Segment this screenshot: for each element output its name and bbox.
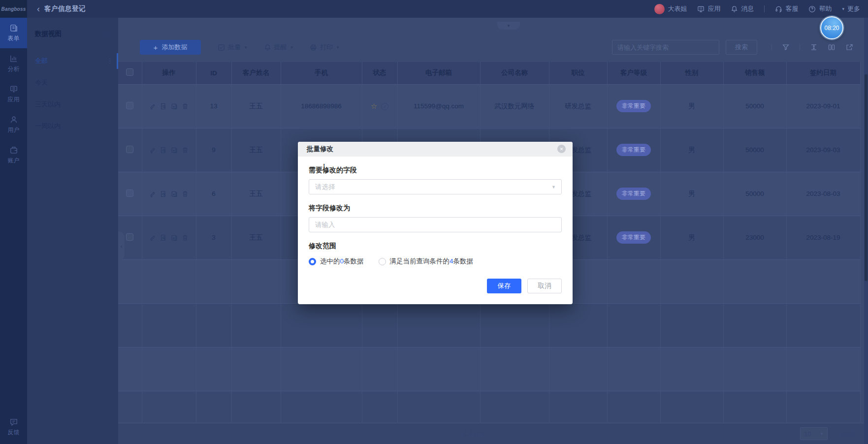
- copy-icon[interactable]: [171, 147, 178, 154]
- more-menu-item[interactable]: ▾ 更多: [842, 4, 860, 13]
- app-logo: Bangboss: [0, 0, 27, 18]
- search-input[interactable]: [612, 40, 719, 55]
- toolbar-divider: [800, 44, 800, 51]
- circle-check-icon[interactable]: ✓: [381, 103, 388, 110]
- rail-item-user[interactable]: 用户: [0, 109, 27, 140]
- close-icon[interactable]: ✕: [557, 145, 566, 153]
- column-settings-icon[interactable]: [828, 43, 836, 51]
- col-gender[interactable]: 性别: [660, 62, 723, 84]
- more-dots-icon[interactable]: ⋮: [107, 50, 113, 72]
- view-detail-icon[interactable]: [160, 103, 167, 110]
- col-company[interactable]: 公司名称: [480, 62, 549, 84]
- analysis-icon: [9, 54, 18, 63]
- select-all-checkbox[interactable]: [126, 68, 133, 76]
- empty-row: [118, 347, 860, 391]
- star-icon[interactable]: ☆: [371, 102, 377, 110]
- col-name[interactable]: 客户姓名: [231, 62, 281, 84]
- export-icon[interactable]: [845, 43, 853, 51]
- col-ops[interactable]: 操作: [142, 62, 196, 84]
- delete-icon[interactable]: [182, 234, 189, 241]
- view-detail-icon[interactable]: [160, 234, 167, 241]
- view-item-today[interactable]: 今天: [27, 72, 118, 94]
- col-id[interactable]: ID: [196, 62, 231, 84]
- view-item-three-days[interactable]: 三天以内: [27, 94, 118, 115]
- delete-icon[interactable]: [182, 190, 189, 197]
- back-icon[interactable]: ‹: [37, 4, 40, 13]
- delete-icon[interactable]: [182, 103, 189, 110]
- rail-item-form[interactable]: 表单: [0, 18, 27, 48]
- vertical-scrollbar[interactable]: [864, 18, 868, 444]
- toolbar-collapse-tab[interactable]: ▾: [497, 22, 520, 30]
- page-title: 客户信息登记: [44, 4, 86, 13]
- search-button[interactable]: 搜索: [726, 40, 757, 55]
- batch-edit-modal: 批量修改 ✕ 需要修改的字段 请选择 ▼ 将字段修改为 请输入 修改范围 选中的…: [298, 142, 573, 304]
- level-badge: 非常重要: [616, 188, 651, 200]
- edit-icon[interactable]: [149, 103, 156, 110]
- topbar-menu: 大表姐 应用 消息 客服 帮助 ▾ 更多: [654, 0, 860, 18]
- delete-icon[interactable]: [182, 147, 189, 154]
- recording-timer-bubble[interactable]: 08:20: [820, 16, 843, 39]
- page-size-unit: 条/页: [840, 430, 855, 439]
- filter-funnel-icon[interactable]: [782, 43, 790, 51]
- print-dropdown[interactable]: 打印 ▾: [310, 43, 339, 52]
- apps-menu-item[interactable]: 应用: [697, 4, 720, 13]
- plus-icon: +: [154, 43, 158, 52]
- help-label: 帮助: [819, 4, 832, 13]
- copy-icon[interactable]: [171, 103, 178, 110]
- rail-item-feedback[interactable]: 反馈: [0, 412, 27, 442]
- help-menu-item[interactable]: 帮助: [808, 4, 832, 13]
- add-view-folder-icon[interactable]: [102, 30, 110, 38]
- panel-collapse-handle[interactable]: ‹: [118, 231, 125, 261]
- radio-off-icon[interactable]: [379, 258, 386, 265]
- page-size-select[interactable]: 10 ▼: [800, 427, 828, 440]
- view-detail-icon[interactable]: [160, 190, 167, 197]
- row-checkbox[interactable]: [126, 102, 133, 109]
- remind-bell-icon: [264, 44, 271, 51]
- data-view-title: 数据视图: [35, 30, 62, 38]
- collapse-left-icon: ‹: [121, 243, 123, 249]
- pagination-bar: 1-4 of 4 10 ▼ 条/页: [118, 423, 868, 444]
- scrollbar-thumb[interactable]: [865, 74, 868, 281]
- user-icon: [9, 115, 18, 124]
- view-item-three-days-label: 三天以内: [35, 100, 61, 108]
- save-button[interactable]: 保存: [487, 279, 521, 293]
- user-menu[interactable]: 大表姐: [654, 4, 687, 14]
- col-phone[interactable]: 手机: [281, 62, 362, 84]
- row-checkbox[interactable]: [126, 190, 133, 197]
- remind-dropdown[interactable]: 提醒 ▾: [264, 43, 293, 52]
- edit-icon[interactable]: [149, 234, 156, 241]
- col-email[interactable]: 电子邮箱: [397, 62, 480, 84]
- empty-row: [118, 391, 860, 422]
- cancel-button[interactable]: 取消: [527, 279, 562, 293]
- messages-menu-item[interactable]: 消息: [731, 4, 754, 13]
- view-item-all[interactable]: 全部 ⋮: [27, 50, 118, 72]
- rail-label-analysis: 分析: [8, 65, 20, 73]
- view-item-week-label: 一周以内: [35, 122, 61, 129]
- add-data-button[interactable]: + 添加数据: [140, 40, 201, 55]
- radio-query-rows[interactable]: 满足当前查询条件的4条数据: [379, 257, 474, 266]
- col-level[interactable]: 客户等级: [607, 62, 660, 84]
- row-checkbox[interactable]: [126, 146, 133, 153]
- row-height-icon[interactable]: [810, 43, 818, 51]
- support-menu-item[interactable]: 客服: [775, 4, 798, 13]
- rail-item-analysis[interactable]: 分析: [0, 48, 27, 79]
- col-date[interactable]: 签约日期: [786, 62, 860, 84]
- col-status[interactable]: 状态: [362, 62, 397, 84]
- field-select-placeholder: 请选择: [315, 183, 335, 191]
- radio-selected-rows[interactable]: 选中的0条数据: [309, 257, 364, 266]
- view-detail-icon[interactable]: [160, 147, 167, 154]
- edit-icon[interactable]: [149, 147, 156, 154]
- row-checkbox[interactable]: [126, 233, 133, 241]
- rail-item-app[interactable]: 应用: [0, 79, 27, 109]
- view-item-week[interactable]: 一周以内: [27, 115, 118, 137]
- rail-item-account[interactable]: 账户: [0, 140, 27, 170]
- col-position[interactable]: 职位: [549, 62, 607, 84]
- edit-icon[interactable]: [149, 190, 156, 197]
- field-select[interactable]: 请选择 ▼: [309, 179, 562, 194]
- batch-dropdown[interactable]: 批量 ▾: [218, 43, 247, 52]
- radio-on-icon[interactable]: [309, 258, 316, 265]
- new-value-input[interactable]: 请输入: [309, 217, 562, 232]
- copy-icon[interactable]: [171, 190, 178, 197]
- copy-icon[interactable]: [171, 234, 178, 241]
- col-sales[interactable]: 销售额: [723, 62, 786, 84]
